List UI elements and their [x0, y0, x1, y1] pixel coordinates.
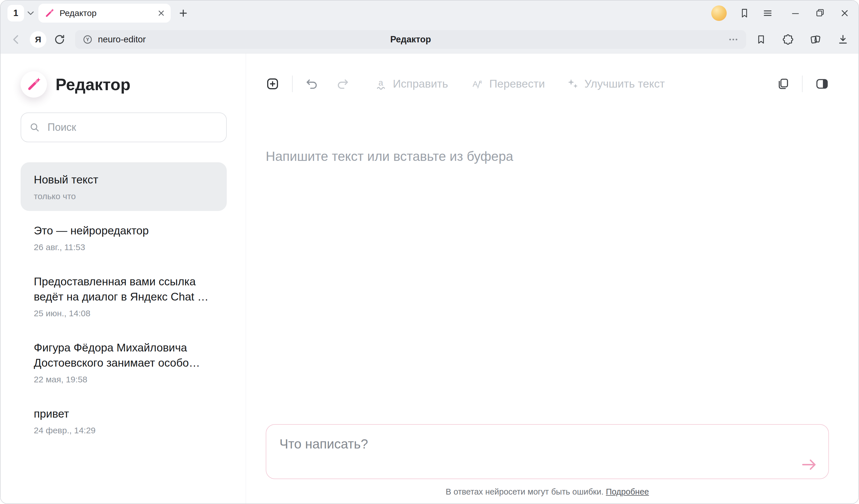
improve-text-button[interactable]: Улучшить текст — [566, 78, 665, 90]
doc-title: Фигура Фёдора Михайловича Достоевского з… — [34, 340, 214, 370]
doc-item[interactable]: Фигура Фёдора Михайловича Достоевского з… — [20, 330, 227, 394]
navigation-bar: Я Y neuro-editor Редактор — [1, 26, 858, 54]
copy-button[interactable] — [776, 77, 789, 90]
tab-bar: 1 Редактор — [1, 1, 858, 26]
bookmarks-panel-icon[interactable] — [739, 8, 750, 18]
bookmark-icon[interactable] — [756, 34, 766, 45]
avatar[interactable] — [711, 5, 727, 21]
new-document-button[interactable] — [266, 77, 280, 91]
doc-date: только что — [34, 192, 214, 201]
site-favicon-letter: Y — [86, 37, 89, 42]
doc-title: Предоставленная вами ссылка ведёт на диа… — [34, 274, 214, 304]
new-tab-button[interactable] — [179, 9, 188, 18]
copy-icon — [776, 77, 789, 90]
editor-text-area[interactable]: Напишите текст или вставьте из буфера — [266, 97, 829, 424]
toolbar-divider — [292, 76, 292, 92]
undo-icon — [305, 77, 318, 90]
fix-text-button[interactable]: а Исправить — [375, 78, 448, 90]
doc-item[interactable]: Предоставленная вами ссылка ведёт на диа… — [20, 264, 227, 328]
sparkles-icon — [566, 78, 579, 90]
new-document-icon — [266, 77, 280, 91]
svg-text:а: а — [378, 78, 383, 87]
yandex-button[interactable]: Я — [30, 31, 46, 48]
translate-button[interactable]: А я Перевести — [471, 78, 545, 90]
tab-title: Редактор — [60, 8, 96, 18]
more-options-icon[interactable] — [728, 34, 739, 45]
page-content: Редактор Новый текст только что Это — не… — [1, 54, 858, 503]
sidebar: Редактор Новый текст только что Это — не… — [1, 54, 246, 503]
tab-list-chevron-icon[interactable] — [28, 11, 34, 15]
address-bar-actions — [728, 34, 739, 45]
fix-text-label: Исправить — [393, 78, 448, 90]
back-icon[interactable] — [10, 33, 22, 46]
doc-item[interactable]: Это — нейроредактор 26 авг., 11:53 — [20, 213, 227, 262]
svg-text:А: А — [472, 79, 478, 89]
doc-title: Это — нейроредактор — [34, 223, 214, 238]
editor-favicon-icon — [45, 8, 55, 18]
app-title: Редактор — [56, 75, 131, 94]
download-icon[interactable] — [837, 34, 849, 45]
collections-icon[interactable] — [810, 34, 821, 45]
browser-window: 1 Редактор — [0, 0, 859, 504]
editor-placeholder: Напишите текст или вставьте из буфера — [266, 149, 829, 164]
extensions-puzzle-icon[interactable] — [782, 34, 794, 45]
prompt-box — [266, 424, 829, 479]
doc-item-new-text[interactable]: Новый текст только что — [20, 162, 227, 211]
search-box — [20, 112, 227, 142]
app-logo — [20, 71, 47, 97]
window-controls — [790, 8, 850, 18]
app-header: Редактор — [20, 71, 227, 97]
tabbar-right-controls — [711, 5, 850, 21]
side-panel-toggle-button[interactable] — [815, 77, 829, 91]
tab-close-icon[interactable] — [157, 10, 165, 17]
menu-icon[interactable] — [762, 8, 773, 19]
site-favicon-icon: Y — [82, 34, 93, 45]
reload-icon[interactable] — [54, 34, 65, 45]
prompt-input[interactable] — [266, 425, 780, 478]
send-button[interactable] — [800, 457, 818, 472]
doc-date: 25 июн., 14:08 — [34, 308, 214, 318]
doc-date: 26 авг., 11:53 — [34, 242, 214, 252]
close-window-icon[interactable] — [840, 8, 850, 18]
tab-counter-value: 1 — [13, 8, 18, 18]
redo-icon — [336, 77, 349, 90]
doc-title: привет — [34, 406, 214, 421]
doc-item[interactable]: привет 24 февр., 14:29 — [20, 396, 227, 445]
toolbar-divider — [802, 76, 803, 92]
search-icon — [29, 122, 40, 133]
search-input[interactable] — [20, 112, 227, 142]
side-panel-toggle-icon — [815, 77, 829, 91]
fix-text-icon: а — [375, 78, 387, 90]
yandex-logo-letter: Я — [35, 35, 41, 44]
disclaimer-link[interactable]: Подробнее — [606, 487, 649, 496]
document-list: Новый текст только что Это — нейроредакт… — [20, 162, 227, 445]
tab-counter-button[interactable]: 1 — [7, 5, 24, 21]
redo-button[interactable] — [336, 77, 349, 90]
undo-button[interactable] — [305, 77, 318, 90]
translate-icon: А я — [471, 78, 484, 90]
tab-editor[interactable]: Редактор — [39, 4, 171, 22]
restore-icon[interactable] — [815, 8, 825, 18]
improve-text-label: Улучшить текст — [584, 78, 665, 90]
address-bar[interactable]: Y neuro-editor Редактор — [75, 30, 746, 49]
magic-wand-icon — [26, 77, 41, 92]
editor-panel: а Исправить А я Перевести — [246, 54, 858, 503]
disclaimer: В ответах нейросети могут быть ошибки.По… — [266, 487, 829, 497]
doc-date: 22 мая, 19:58 — [34, 375, 214, 384]
disclaimer-text: В ответах нейросети могут быть ошибки. — [446, 487, 604, 496]
editor-toolbar: а Исправить А я Перевести — [266, 71, 829, 97]
doc-title: Новый текст — [34, 172, 214, 187]
navbar-right-icons — [756, 34, 849, 45]
doc-date: 24 февр., 14:29 — [34, 426, 214, 435]
address-text: neuro-editor — [98, 34, 146, 45]
page-title: Редактор — [390, 34, 431, 45]
arrow-right-icon — [800, 457, 818, 472]
translate-label: Перевести — [489, 78, 545, 90]
minimize-icon[interactable] — [790, 8, 801, 18]
